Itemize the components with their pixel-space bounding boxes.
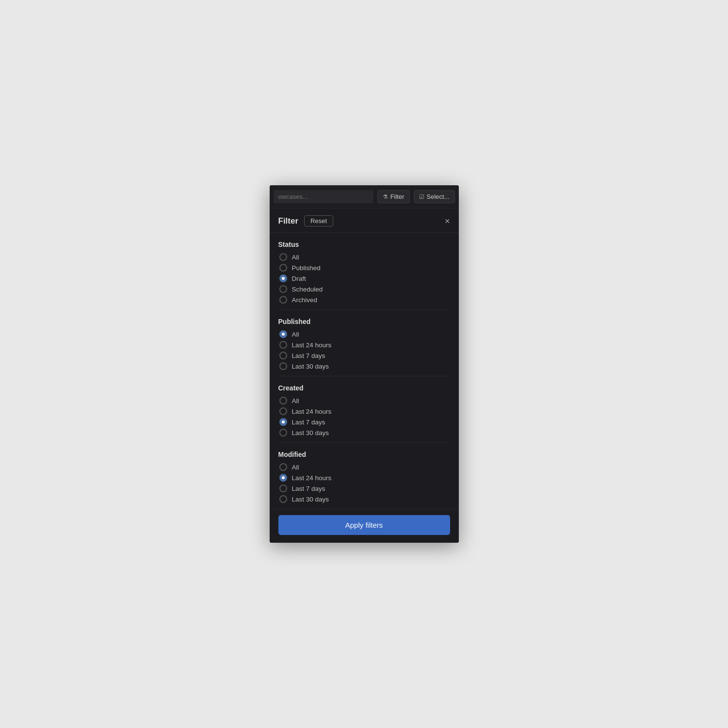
status-published-label: Published (292, 264, 321, 272)
cre-all-radio[interactable] (279, 397, 287, 404)
divider-3 (278, 442, 450, 443)
pub-7d-option[interactable]: Last 7 days (279, 352, 450, 359)
toolbar: ⚗ Filter ☑ Select... (270, 185, 459, 209)
status-all-label: All (292, 254, 299, 261)
cre-7d-radio[interactable] (279, 418, 287, 426)
filter-icon: ⚗ (383, 194, 388, 200)
mod-30d-option[interactable]: Last 30 days (279, 495, 450, 503)
mod-24h-radio[interactable] (279, 474, 287, 482)
status-published-option[interactable]: Published (279, 264, 450, 272)
filter-button[interactable]: ⚗ Filter (377, 190, 410, 203)
pub-30d-option[interactable]: Last 30 days (279, 362, 450, 370)
created-section: Created All Last 24 hours Last 7 days (278, 384, 450, 437)
apply-filters-button[interactable]: Apply filters (278, 515, 450, 535)
filter-title: Filter (278, 216, 299, 226)
status-all-option[interactable]: All (279, 253, 450, 261)
status-scheduled-label: Scheduled (292, 286, 323, 293)
filter-body: Status All Published Draft (270, 241, 459, 509)
pub-24h-label: Last 24 hours (292, 341, 332, 349)
divider-2 (278, 376, 450, 376)
filter-header: Filter Reset × (270, 209, 459, 233)
modified-section-label: Modified (278, 451, 450, 458)
published-section: Published All Last 24 hours Last 7 days (278, 318, 450, 370)
pub-7d-label: Last 7 days (292, 352, 325, 359)
close-button[interactable]: × (445, 217, 450, 226)
status-archived-radio[interactable] (279, 296, 287, 304)
status-section-label: Status (278, 241, 450, 248)
select-button-label: Select... (427, 193, 450, 200)
mod-30d-label: Last 30 days (292, 496, 329, 503)
mod-all-label: All (292, 464, 299, 471)
status-published-radio[interactable] (279, 264, 287, 272)
published-radio-group: All Last 24 hours Last 7 days Last 30 da… (278, 330, 450, 370)
created-section-label: Created (278, 384, 450, 392)
mod-24h-label: Last 24 hours (292, 474, 332, 482)
cre-30d-radio[interactable] (279, 429, 287, 437)
modified-section: Modified All Last 24 hours Last 7 days (278, 451, 450, 503)
search-input[interactable] (274, 190, 373, 203)
pub-all-radio[interactable] (279, 330, 287, 338)
status-draft-radio[interactable] (279, 275, 287, 282)
status-draft-label: Draft (292, 275, 306, 282)
status-scheduled-radio[interactable] (279, 285, 287, 293)
pub-7d-radio[interactable] (279, 352, 287, 359)
status-all-radio[interactable] (279, 253, 287, 261)
divider-1 (278, 309, 450, 310)
cre-24h-radio[interactable] (279, 407, 287, 415)
mod-30d-radio[interactable] (279, 495, 287, 503)
mod-24h-option[interactable]: Last 24 hours (279, 474, 450, 482)
cre-7d-option[interactable]: Last 7 days (279, 418, 450, 426)
cre-7d-label: Last 7 days (292, 419, 325, 426)
pub-30d-radio[interactable] (279, 362, 287, 370)
status-scheduled-option[interactable]: Scheduled (279, 285, 450, 293)
pub-all-option[interactable]: All (279, 330, 450, 338)
pub-30d-label: Last 30 days (292, 363, 329, 370)
mod-7d-radio[interactable] (279, 485, 287, 492)
mod-all-radio[interactable] (279, 463, 287, 471)
status-archived-option[interactable]: Archived (279, 296, 450, 304)
mod-7d-label: Last 7 days (292, 485, 325, 492)
published-section-label: Published (278, 318, 450, 325)
cre-all-label: All (292, 397, 299, 404)
reset-button[interactable]: Reset (304, 215, 333, 226)
filter-title-row: Filter Reset (278, 215, 334, 226)
cre-24h-label: Last 24 hours (292, 408, 332, 415)
pub-all-label: All (292, 331, 299, 338)
status-archived-label: Archived (292, 296, 318, 304)
apply-btn-wrapper: Apply filters (270, 509, 459, 543)
cre-24h-option[interactable]: Last 24 hours (279, 407, 450, 415)
cre-30d-option[interactable]: Last 30 days (279, 429, 450, 437)
pub-24h-radio[interactable] (279, 341, 287, 349)
select-button[interactable]: ☑ Select... (414, 190, 455, 203)
cre-30d-label: Last 30 days (292, 429, 329, 437)
modified-radio-group: All Last 24 hours Last 7 days Last 30 da… (278, 463, 450, 503)
status-section: Status All Published Draft (278, 241, 450, 304)
check-icon: ☑ (419, 194, 424, 200)
cre-all-option[interactable]: All (279, 397, 450, 404)
filter-button-label: Filter (390, 193, 404, 200)
pub-24h-option[interactable]: Last 24 hours (279, 341, 450, 349)
filter-panel: Filter Reset × Status All Published (270, 209, 459, 543)
main-screen: ⚗ Filter ☑ Select... Filter Reset × Stat… (270, 185, 459, 543)
created-radio-group: All Last 24 hours Last 7 days Last 30 da… (278, 397, 450, 437)
status-draft-option[interactable]: Draft (279, 275, 450, 282)
mod-7d-option[interactable]: Last 7 days (279, 485, 450, 492)
mod-all-option[interactable]: All (279, 463, 450, 471)
status-radio-group: All Published Draft Scheduled (278, 253, 450, 304)
